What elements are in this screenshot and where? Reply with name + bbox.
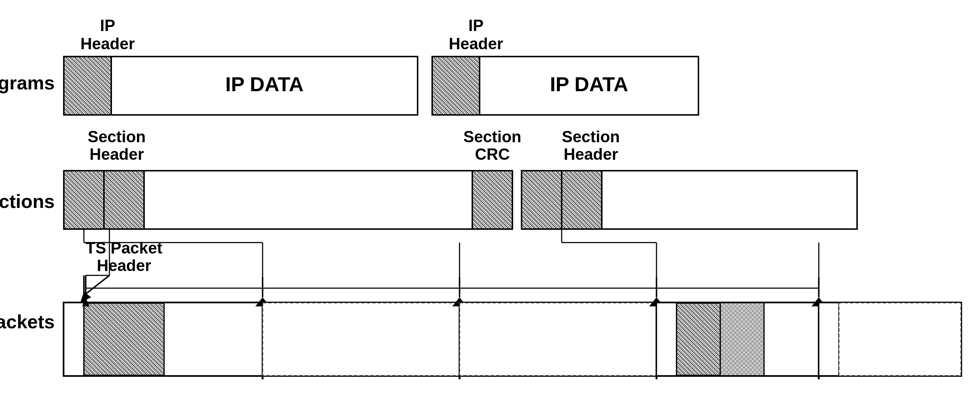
svg-rect-1: [64, 57, 111, 115]
section-header-1-label-line1: Section: [88, 128, 146, 145]
ip-datagrams-label: IP datagrams: [0, 72, 55, 93]
section-header-1-label-line2: Header: [89, 145, 144, 163]
svg-rect-18: [84, 303, 164, 376]
ts-packets-label: TS Packets: [0, 311, 55, 332]
ip-data-1-label: IP DATA: [225, 73, 304, 96]
svg-rect-7: [144, 171, 473, 229]
svg-rect-19: [164, 303, 262, 376]
section-crc-label-line2: CRC: [475, 145, 509, 163]
svg-rect-34: [764, 303, 819, 376]
ts-packet-header-label-line2: Header: [97, 256, 151, 274]
svg-rect-5: [64, 171, 104, 229]
svg-line-12: [84, 275, 110, 295]
svg-rect-33: [720, 303, 764, 376]
svg-rect-39: [839, 303, 961, 376]
svg-rect-32: [676, 303, 720, 376]
svg-rect-27: [460, 303, 657, 376]
diagram-container: IP datagrams IP Header IP DATA IP Header…: [0, 0, 980, 414]
section-header-2-label-line2: Header: [563, 145, 618, 163]
svg-rect-17: [64, 303, 84, 376]
svg-rect-38: [819, 303, 839, 376]
section-header-2-label-line1: Section: [562, 128, 620, 145]
ts-packet-header-label-line1: TS Packet: [86, 239, 163, 257]
svg-rect-6: [104, 171, 144, 229]
svg-rect-3: [432, 57, 480, 115]
ip-header-2-label-line1: IP: [468, 16, 484, 34]
section-crc-label-line1: Section: [463, 128, 522, 145]
svg-rect-23: [262, 303, 460, 376]
sections-label: Sections: [0, 191, 55, 212]
svg-rect-31: [657, 303, 676, 376]
svg-rect-8: [473, 171, 512, 229]
svg-rect-10: [562, 171, 602, 229]
svg-rect-11: [602, 171, 857, 229]
ip-header-1-label-line1: IP: [100, 16, 115, 34]
ip-data-2-label: IP DATA: [550, 73, 628, 96]
ip-header-1-label-line2: Header: [80, 35, 135, 53]
ip-header-2-label-line2: Header: [449, 35, 503, 53]
svg-rect-9: [522, 171, 562, 229]
